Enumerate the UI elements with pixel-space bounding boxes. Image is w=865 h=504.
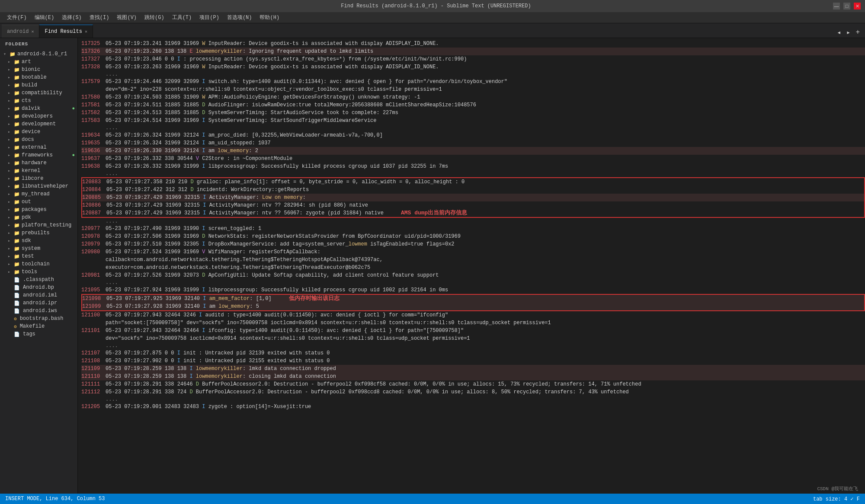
log-line[interactable]: 11732705-23 07:19:23.046 0 0 I : process… [81,55,865,63]
sidebar-item-sdk[interactable]: ▸📁sdk [0,237,77,245]
sidebar-item-kernel[interactable]: ▸📁kernel [0,167,77,175]
sidebar-item-hardware[interactable]: ▸📁hardware [0,159,77,167]
log-line[interactable]: 11732805-23 07:19:23.263 31969 31969 W I… [81,63,865,71]
sidebar-item-developers[interactable]: ▸📁developers [0,112,77,120]
log-line[interactable]: 11963805-23 07:19:26.332 31969 31999 I l… [81,163,865,170]
log-line[interactable]: 12111005-23 07:19:28.259 138 138 I lowme… [81,373,865,380]
log-line[interactable]: path="socket:[750009758]" dev="sockfs" i… [81,319,865,327]
tab-nav-right[interactable]: ▸ [845,27,852,38]
log-line[interactable]: 12098005-23 07:19:27.524 31969 31969 V W… [81,248,865,256]
log-line[interactable]: 12088305-23 07:19:27.358 210 210 D grall… [81,177,865,186]
menu-item-n[interactable]: 首选项(N) [224,13,256,22]
menu-item-e[interactable]: 编辑(E) [31,13,58,22]
sidebar-item-mythread[interactable]: ▸📁my_thread [0,190,77,198]
sidebar-item-classpath[interactable]: 📄.classpath [0,276,77,284]
minimize-button[interactable]: — [833,3,840,10]
sidebar-item-dalvik[interactable]: ▸📁dalvik● [0,105,77,112]
sidebar-item-bootstrapbash[interactable]: ⚙bootstrap.bash [0,315,77,322]
log-line[interactable]: 12111105-23 07:19:28.291 338 24646 D Buf… [81,380,865,388]
sidebar-item-frameworks[interactable]: ▸📁frameworks● [0,151,77,159]
sidebar-item-art[interactable]: ▸📁art [0,58,77,66]
sidebar-item-development[interactable]: ▸📁development [0,120,77,128]
sidebar-item-androidiws[interactable]: 📄android.iws [0,307,77,315]
log-line[interactable]: 12088405-23 07:19:27.422 312 312 D incid… [81,186,865,194]
log-line[interactable]: 12088705-23 07:19:27.429 31969 32315 I A… [81,209,865,218]
close-button[interactable]: ✕ [854,3,861,10]
log-line[interactable]: 11732605-23 07:19:23.260 138 138 E lowme… [81,48,865,55]
sidebar-item-androidbp[interactable]: 📄Android.bp [0,284,77,291]
tab-find-results[interactable]: Find Results ✕ [39,25,93,38]
sidebar-item-androidipr[interactable]: 📄android.ipr [0,299,77,307]
log-line[interactable]: 12109905-23 07:19:27.928 31969 32140 I a… [81,303,865,311]
tab-find-results-close[interactable]: ✕ [85,29,87,34]
window-controls[interactable]: — □ ✕ [833,3,861,10]
log-line[interactable]: 11963705-23 07:19:26.332 338 30544 V C2S… [81,155,865,163]
log-line[interactable]: 11963405-23 07:19:26.324 31969 32124 I a… [81,131,865,139]
sidebar-item-libnativehelper[interactable]: ▸📁libnativehelper [0,182,77,190]
editor-content[interactable]: 11732505-23 07:19:23.241 31969 31969 W I… [78,38,865,494]
menu-item-p[interactable]: 项目(P) [196,13,223,22]
log-line[interactable]: 11963505-23 07:19:26.324 31969 32124 I a… [81,139,865,147]
log-line[interactable]: 11757905-23 07:19:24.446 32099 32099 I s… [81,78,865,86]
log-line[interactable]: 12120505-23 07:19:29.001 32483 32483 I z… [81,403,865,411]
sidebar-item-pdk[interactable]: ▸📁pdk [0,214,77,221]
log-line[interactable]: 11963605-23 07:19:26.330 31969 32124 I a… [81,147,865,155]
log-line[interactable]: 12097905-23 07:19:27.510 31969 32305 I D… [81,240,865,248]
log-line[interactable]: 11732505-23 07:19:23.241 31969 31969 W I… [81,40,865,48]
tab-android[interactable]: android ✕ [2,25,39,38]
sidebar-item-compatibility[interactable]: ▸📁compatibility [0,89,77,97]
tab-nav-left[interactable]: ◂ [835,27,843,38]
menu-item-g[interactable]: 跳转(G) [141,13,168,22]
sidebar-item-toolchain[interactable]: ▸📁toolchain [0,260,77,268]
log-line[interactable]: 12110905-23 07:19:28.259 138 138 I lowme… [81,365,865,373]
sidebar-item-tags[interactable]: 📄tags [0,330,77,338]
sidebar-item-device[interactable]: ▸📁device [0,128,77,136]
sidebar-item-android810r1[interactable]: ▾📁android-8.1.0_r1 [0,50,77,58]
log-line[interactable]: 12097705-23 07:19:27.490 31969 31990 I s… [81,225,865,233]
tab-android-close[interactable]: ✕ [31,29,34,34]
sidebar-item-packages[interactable]: ▸📁packages [0,206,77,214]
sidebar-item-system[interactable]: ▸📁system [0,245,77,252]
log-line[interactable]: 12109805-23 07:19:27.925 31969 32140 I a… [81,294,865,303]
log-line[interactable]: 12088605-23 07:19:27.429 31969 32315 I A… [81,201,865,209]
sidebar-item-libcore[interactable]: ▸📁libcore [0,175,77,182]
maximize-button[interactable]: □ [843,3,850,10]
menu-item-v[interactable]: 视图(V) [113,13,140,22]
log-line[interactable]: 11758105-23 07:19:24.511 31885 31885 D A… [81,101,865,109]
sidebar-item-platformtesting[interactable]: ▸📁platform_testing [0,221,77,229]
sidebar-item-cts[interactable]: ▸📁cts [0,97,77,105]
sidebar-item-prebuilts[interactable]: ▸📁prebuilts [0,229,77,237]
log-line[interactable]: 12110805-23 07:19:27.902 0 0 I init : Un… [81,357,865,365]
sidebar-item-build[interactable]: ▸📁build [0,81,77,89]
log-line[interactable]: 12110005-23 07:19:27.943 32464 3246 I au… [81,311,865,319]
log-line[interactable]: 11758005-23 07:19:24.503 31885 31909 W A… [81,93,865,101]
log-line[interactable]: 12098105-23 07:19:27.526 31969 32073 D A… [81,271,865,279]
sidebar-item-external[interactable]: ▸📁external [0,144,77,151]
log-line[interactable]: 11758205-23 07:19:24.513 31885 31885 D S… [81,109,865,117]
sidebar-item-docs[interactable]: ▸📁docs [0,136,77,144]
sidebar-item-tools[interactable]: ▸📁tools [0,268,77,276]
sidebar-item-out[interactable]: ▸📁out [0,198,77,206]
sidebar-item-bionic[interactable]: ▸📁bionic [0,66,77,73]
log-line[interactable]: 12111205-23 07:19:28.291 338 724 D Buffe… [81,388,865,396]
sidebar-item-androidiml[interactable]: 📄android.iml [0,291,77,299]
log-line[interactable]: executor=com.android.networkstack.tether… [81,264,865,271]
log-line[interactable]: 12097805-23 07:19:27.506 31969 31969 D N… [81,233,865,240]
log-line[interactable]: callback=com.android.networkstack.tether… [81,256,865,264]
tab-new[interactable]: + [854,28,862,37]
menu-item-f[interactable]: 文件(F) [3,13,30,22]
menu-item-h[interactable]: 帮助(H) [256,13,283,22]
log-line[interactable]: 12110705-23 07:19:27.875 0 0 I init : Un… [81,349,865,357]
menu-item-i[interactable]: 查找(I) [86,13,113,22]
log-line[interactable]: dev="sockfs" ino=750009758 ioctlcmd=0x89… [81,335,865,342]
sidebar-item-test[interactable]: ▸📁test [0,252,77,260]
sidebar-item-makefile[interactable]: ⚙Makefile [0,322,77,330]
log-line[interactable]: 12109505-23 07:19:27.924 31969 31999 I l… [81,286,865,294]
sidebar-item-bootable[interactable]: ▸📁bootable [0,73,77,81]
menu-item-s[interactable]: 选择(S) [58,13,85,22]
log-line[interactable]: 12088505-23 07:19:27.429 31969 32315 I A… [81,194,865,201]
log-line[interactable]: 11758305-23 07:19:24.514 31969 31969 I S… [81,117,865,124]
log-line[interactable]: dev="dm-2" ino=228 scontext=u:r:shell:s0… [81,86,865,93]
menu-item-t[interactable]: 工具(T) [169,13,195,22]
log-line[interactable]: 12110105-23 07:19:27.943 32464 32464 I i… [81,327,865,335]
